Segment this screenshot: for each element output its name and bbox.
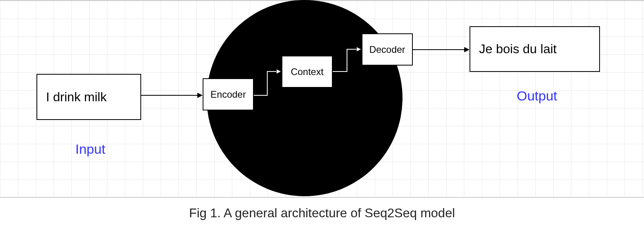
context-text: Context [291,66,324,77]
encoder-text: Encoder [211,89,246,100]
svg-marker-2 [276,69,281,74]
input-box: I drink milk [36,74,141,120]
svg-marker-5 [464,47,469,52]
output-label: Output [517,88,557,104]
arrow-input-encoder [141,91,205,99]
input-label: Input [75,141,105,157]
context-box: Context [282,56,333,88]
svg-marker-1 [197,93,202,98]
arrow-encoder-context [254,67,284,98]
decoder-text: Decoder [369,44,405,55]
arrow-context-decoder [333,44,364,75]
figure-caption: Fig 1. A general architecture of Seq2Seq… [0,206,644,220]
output-box: Je bois du lait [470,26,600,72]
arrow-decoder-output [413,46,472,54]
svg-marker-3 [356,47,361,52]
decoder-box: Decoder [362,33,413,66]
input-text: I drink milk [46,90,107,104]
output-text: Je bois du lait [479,42,557,56]
encoder-box: Encoder [203,78,254,110]
